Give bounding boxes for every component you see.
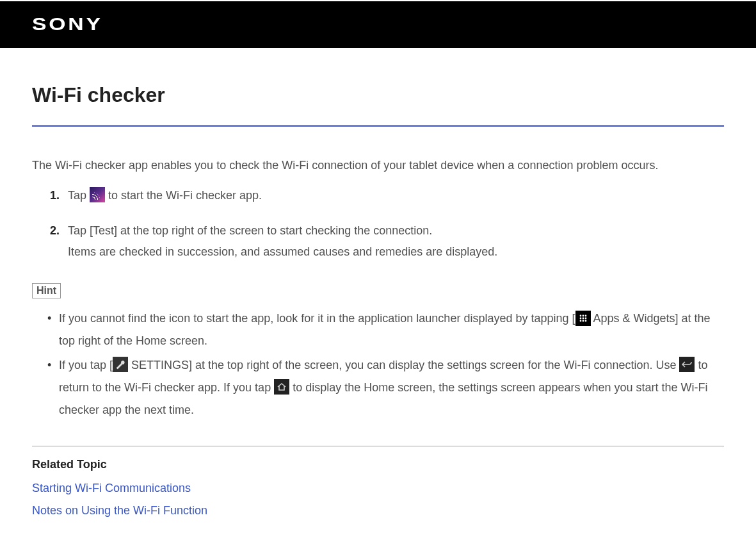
title-divider [32, 125, 724, 127]
page-title: Wi-Fi checker [32, 83, 724, 107]
step-text-pre: Tap [68, 189, 90, 202]
hint-item-2: If you tap [ SETTINGS] at the top right … [50, 354, 724, 421]
step-text-post: to start the Wi-Fi checker app. [105, 189, 262, 202]
hint-list: If you cannot find the icon to start the… [32, 307, 724, 421]
sony-logo: SONY [32, 15, 103, 35]
svg-point-6 [579, 320, 581, 322]
apps-icon [575, 311, 591, 326]
svg-point-7 [582, 320, 584, 322]
wifi-checker-icon [90, 187, 105, 202]
hint-text: If you tap [ [59, 359, 113, 371]
svg-point-5 [584, 317, 586, 319]
settings-wrench-icon [113, 357, 128, 372]
svg-point-1 [582, 314, 584, 316]
related-link-wifi-comm[interactable]: Starting Wi-Fi Communications [32, 482, 724, 495]
step-1: 1. Tap to start the Wi-Fi checker app. [50, 185, 724, 206]
intro-text: The Wi-Fi checker app enables you to che… [32, 156, 724, 176]
hint-section: Hint If you cannot find the icon to star… [32, 283, 724, 421]
back-icon [679, 357, 695, 372]
svg-point-3 [579, 317, 581, 319]
step-2: 2. Tap [Test] at the top right of the sc… [50, 220, 724, 263]
hint-item-1: If you cannot find the icon to start the… [50, 307, 724, 352]
svg-point-4 [582, 317, 584, 319]
step-number: 2. [50, 220, 60, 241]
step-number: 1. [50, 185, 60, 206]
hint-label: Hint [32, 283, 61, 298]
main-content: Wi-Fi checker The Wi-Fi checker app enab… [0, 48, 756, 539]
home-icon [274, 379, 289, 395]
hint-text: If you cannot find the icon to start the… [59, 312, 575, 325]
header-bar: SONY [0, 1, 756, 48]
svg-point-8 [584, 320, 586, 322]
related-link-wifi-notes[interactable]: Notes on Using the Wi-Fi Function [32, 504, 724, 517]
related-heading: Related Topic [32, 458, 724, 471]
step-text-line2: Items are checked in succession, and ass… [68, 245, 497, 258]
hint-text: SETTINGS] at the top right of the screen… [128, 359, 679, 371]
svg-point-0 [579, 314, 581, 316]
related-divider [32, 446, 724, 446]
step-text-line1: Tap [Test] at the top right of the scree… [68, 224, 432, 237]
steps-list: 1. Tap to start the Wi-Fi checker app. 2… [32, 185, 724, 263]
svg-point-2 [584, 314, 586, 316]
